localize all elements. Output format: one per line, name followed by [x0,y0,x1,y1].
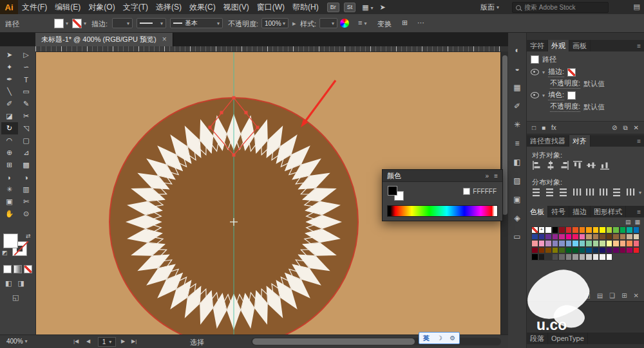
align-horizontal-center-icon[interactable] [544,160,556,171]
swatch[interactable] [538,234,545,241]
new-fill-icon[interactable]: ■ [542,124,545,131]
width-profile-select[interactable]: ▾ [137,18,166,28]
swatch[interactable] [585,247,592,254]
tab-symbols[interactable]: 符号 [548,206,569,217]
stroke-color-control[interactable]: ▾ [72,19,86,28]
distribute-vertical-center-icon[interactable] [544,187,556,198]
swatch[interactable] [599,234,606,241]
tab-align[interactable]: 对齐 [569,135,591,147]
free-transform-tool[interactable]: ▢ [18,134,35,147]
window-menu[interactable]: 窗口(W) [253,0,289,14]
selection-tool[interactable]: ➤ [1,49,18,61]
swap-fill-stroke-icon[interactable]: ⇄ [26,233,31,239]
language-indicator[interactable]: 英 [423,334,430,343]
symbol-sprayer-tool[interactable]: ✳ [1,183,18,196]
swatch[interactable] [606,247,613,254]
swatch[interactable] [620,240,627,247]
swatch[interactable] [612,240,620,247]
lasso-tool[interactable]: ∽ [18,61,35,73]
arrange-documents-icon[interactable]: ▦▾ [362,3,373,12]
distribute-vertical-top-icon[interactable] [531,187,543,198]
pencil-tool[interactable]: ✎ [18,98,35,110]
swatch[interactable] [572,240,579,247]
gradient-panel-icon[interactable]: ◧ [513,157,520,167]
distribute-vertical-bottom-icon[interactable] [558,187,570,198]
swatch[interactable] [579,234,586,241]
perspective-grid-tool[interactable]: ⊿ [18,147,35,159]
new-group-icon[interactable]: ❑ [609,292,615,299]
scissors-tool[interactable]: ✂ [18,110,35,122]
distribute-horizontal-left-icon[interactable] [571,187,583,198]
eyedropper-tool[interactable]: ◗ [1,171,18,183]
swatch[interactable] [612,234,620,241]
tab-pathfinder[interactable]: 路径查找器 [527,135,569,147]
swatch[interactable] [633,247,640,254]
visibility-eye-icon[interactable] [531,92,539,98]
view-menu[interactable]: 视图(V) [220,0,253,14]
swatch[interactable] [579,226,586,234]
swatch[interactable] [545,240,552,247]
swatch[interactable] [592,226,600,234]
swatch[interactable] [579,253,586,261]
fill-white-swatch[interactable] [567,91,576,100]
tab-paragraph[interactable]: 段落 [527,333,548,344]
stroke-weight-select[interactable]: ▾ [112,18,133,28]
swatch[interactable] [545,234,552,241]
mesh-tool[interactable]: ⊞ [1,159,18,171]
first-artboard-icon[interactable]: |◀ [73,338,79,344]
share-icon[interactable]: ➤ [380,3,386,12]
swatch[interactable] [545,253,552,261]
recolor-artwork-icon[interactable] [340,19,349,28]
tab-appearance[interactable]: 外观 [548,40,569,51]
distribute-horizontal-right-icon[interactable] [598,187,610,198]
close-tab-icon[interactable]: × [162,35,167,44]
type-tool[interactable]: T [18,73,35,86]
swatches-panel-icon[interactable]: ▦ [513,82,520,93]
swatch-none[interactable] [531,226,538,234]
swatch[interactable] [585,234,592,241]
swatch[interactable] [579,247,586,254]
swatch[interactable] [585,240,592,247]
magic-wand-tool[interactable]: ✦ [1,61,18,73]
scale-tool[interactable]: ◹ [18,122,35,134]
rectangle-tool[interactable]: ▭ [18,86,35,98]
color-mode-icon[interactable] [3,265,12,273]
stroke-panel-icon[interactable]: ≡ [515,138,519,149]
opacity-link[interactable]: 不透明度: [550,102,580,112]
paintbrush-tool[interactable]: ✐ [1,98,18,110]
swatch[interactable] [633,240,640,247]
swatch[interactable] [585,226,592,234]
draw-behind-icon[interactable]: ◨ [17,279,24,288]
rotate-tool[interactable]: ↻ [1,122,18,134]
app-logo[interactable]: Ai [0,0,18,14]
swatch[interactable] [626,240,633,247]
grid-view-icon[interactable]: ▦ [634,219,640,225]
swatch[interactable] [552,247,559,254]
new-swatch-icon[interactable]: ⊞ [621,292,627,299]
prev-artboard-icon[interactable]: ◀ [86,338,90,344]
swatch[interactable] [599,226,606,234]
panel-menu-icon[interactable]: ≡ [634,138,644,145]
pen-tool[interactable]: ✒ [1,73,18,86]
swatch[interactable] [552,253,559,261]
trash-icon[interactable]: ✕ [634,124,639,131]
swatch[interactable] [538,247,545,254]
swatch[interactable] [572,253,579,261]
swatch[interactable] [552,234,559,241]
swatch[interactable] [606,226,613,234]
swatch[interactable] [592,234,600,241]
effect-menu[interactable]: 效果(C) [185,0,220,14]
tab-stroke[interactable]: 描边 [569,206,591,217]
horizontal-scrollbar[interactable] [251,338,501,345]
gradient-tool[interactable]: ▩ [18,159,35,171]
style-select[interactable]: ▾ [319,18,337,28]
swatch[interactable] [565,240,573,247]
swatch[interactable] [633,234,640,241]
swatch[interactable] [558,253,565,261]
stroke-row[interactable]: ▾ 描边: [531,67,640,77]
swatch[interactable] [558,234,565,241]
opacity-link[interactable]: 不透明度: [550,78,580,89]
select-menu[interactable]: 选择(S) [152,0,185,14]
swatch-registration[interactable]: + [538,226,545,234]
swatch[interactable] [531,247,538,254]
